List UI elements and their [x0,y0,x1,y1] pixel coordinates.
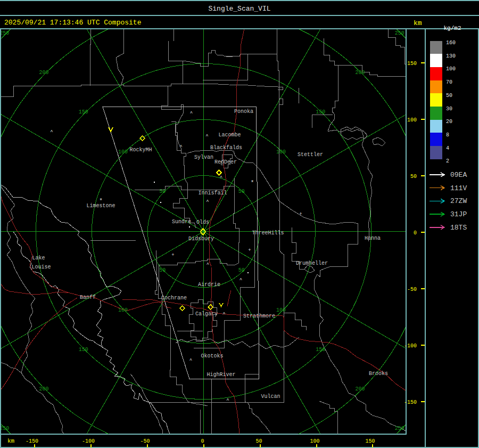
svg-text:Sylvan: Sylvan [194,154,213,160]
svg-text:Louise: Louise [31,264,51,270]
svg-text:Calgary: Calgary [195,311,218,317]
svg-text:20: 20 [446,119,452,125]
svg-text:150: 150 [79,347,88,353]
svg-text:^: ^ [190,111,193,116]
svg-text:Olds: Olds [196,219,209,225]
svg-text:Stettler: Stettler [298,152,323,158]
svg-text:150: 150 [316,347,325,353]
svg-text:+: + [171,252,174,258]
svg-text:100: 100 [446,66,456,72]
svg-text:-150: -150 [26,438,38,444]
svg-text:RedDeer: RedDeer [214,159,237,165]
svg-text:Strathmore: Strathmore [243,313,275,319]
svg-text:Brooks: Brooks [369,371,388,377]
svg-text:Banff: Banff [80,295,96,300]
svg-text:*: * [99,198,103,204]
svg-text:^: ^ [179,144,182,150]
svg-text:150: 150 [79,109,88,115]
svg-text:^: ^ [226,398,229,403]
svg-text:Okotoks: Okotoks [201,353,223,359]
svg-text:100: 100 [118,307,128,313]
svg-text:Didsbury: Didsbury [188,236,214,242]
svg-text:kg/m2: kg/m2 [443,25,461,31]
svg-text:50: 50 [446,93,452,99]
svg-text:km: km [414,19,422,27]
svg-text:Vulcan: Vulcan [261,394,280,400]
svg-text:100: 100 [276,307,286,313]
svg-text:100: 100 [276,149,286,155]
svg-text:Lacombe: Lacombe [219,132,241,138]
svg-text:-150: -150 [404,400,417,405]
svg-text:+: + [299,211,302,217]
svg-text:200: 200 [355,70,365,76]
svg-text:ThreeHills: ThreeHills [252,230,284,236]
svg-text:250: 250 [0,426,9,431]
svg-text:70: 70 [446,79,452,85]
svg-text:Airdrie: Airdrie [198,282,220,288]
svg-text:^: ^ [240,278,242,283]
svg-text:130: 130 [446,53,456,59]
svg-text:Drumheller: Drumheller [296,260,328,266]
svg-text:2025/09/21 17:13:46 UTC Compos: 2025/09/21 17:13:46 UTC Composite [4,19,141,27]
svg-text:100: 100 [310,438,319,444]
svg-text:^: ^ [189,358,192,363]
svg-text:09EA: 09EA [450,171,467,179]
svg-text:31JP: 31JP [450,210,467,218]
svg-text:150: 150 [316,109,325,115]
svg-text:200: 200 [39,70,48,76]
svg-text:-50: -50 [140,438,150,444]
svg-text:Limestone: Limestone [86,203,115,209]
svg-text:-100: -100 [82,438,95,444]
svg-text:Innisfail: Innisfail [198,190,227,196]
svg-text:160: 160 [446,40,456,46]
svg-text:250: 250 [0,30,9,36]
svg-text:200: 200 [355,386,365,392]
svg-text:8: 8 [446,132,449,138]
svg-text:50: 50 [255,438,262,444]
svg-text:100: 100 [407,117,417,123]
svg-text:-50: -50 [407,287,417,292]
svg-text:-100: -100 [404,343,417,349]
svg-text:50: 50 [159,189,166,194]
svg-text:50: 50 [159,267,166,273]
svg-text:^: ^ [222,312,225,317]
svg-text:150: 150 [407,61,417,67]
svg-text:250: 250 [395,426,404,431]
svg-text:^: ^ [207,262,209,267]
svg-text:250: 250 [395,30,404,36]
svg-text:Blackfalds: Blackfalds [210,145,242,151]
svg-text:200: 200 [39,386,48,392]
svg-text:27ZW: 27ZW [450,197,467,205]
svg-text:18TS: 18TS [450,224,467,232]
svg-text:^: ^ [220,175,222,181]
svg-text:100: 100 [118,149,128,155]
svg-text:0: 0 [201,438,204,444]
svg-text:Sundre: Sundre [172,219,191,225]
svg-text:0: 0 [414,230,417,236]
svg-text:111V: 111V [450,184,467,192]
svg-text:*: * [251,180,254,186]
svg-text:Cochrane: Cochrane [161,295,187,301]
svg-text:Lake: Lake [32,255,45,261]
svg-text:km: km [7,438,15,444]
svg-text:Ponoka: Ponoka [234,109,253,115]
svg-text:^: ^ [205,134,208,139]
svg-text:150: 150 [365,438,375,444]
svg-text:4: 4 [446,145,449,151]
svg-text:2: 2 [446,158,449,164]
svg-text:^: ^ [206,199,209,205]
svg-text:Single_Scan_VIL: Single_Scan_VIL [208,5,270,13]
svg-text:30: 30 [446,106,452,112]
svg-text:50: 50 [238,189,245,194]
svg-text:Hanna: Hanna [365,235,381,241]
svg-text:50: 50 [238,267,245,273]
svg-text:+: + [248,248,251,253]
svg-text:^: ^ [50,129,53,135]
svg-text:HighRiver: HighRiver [207,372,235,378]
svg-text:RockyMH: RockyMH [129,147,152,153]
svg-text:50: 50 [410,174,417,180]
